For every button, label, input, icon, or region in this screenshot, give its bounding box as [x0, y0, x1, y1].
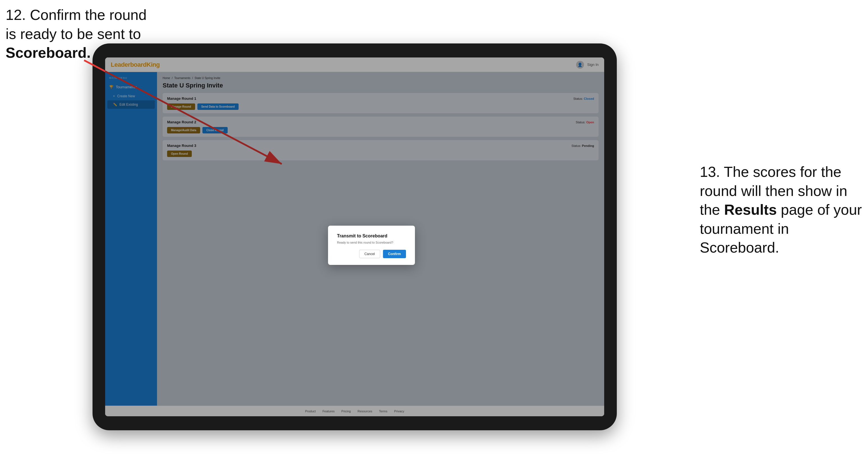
cancel-button[interactable]: Cancel: [359, 250, 380, 258]
annotation-top: 12. Confirm the round is ready to be sen…: [6, 6, 147, 63]
modal-dialog: Transmit to Scoreboard Ready to send thi…: [328, 226, 415, 265]
modal-overlay: Transmit to Scoreboard Ready to send thi…: [157, 72, 604, 406]
tablet-frame: LeaderboardKing 👤 Sign In MAIN MENU 🏆 To…: [93, 43, 617, 430]
modal-subtitle: Ready to send this round to Scoreboard?: [337, 241, 406, 244]
annotation-right: 13. The scores for the round will then s…: [700, 163, 862, 257]
content-area: MAIN MENU 🏆 Tournaments + Create New ✏️ …: [105, 72, 604, 406]
modal-title: Transmit to Scoreboard: [337, 234, 406, 239]
main-content: Home / Tournaments / State U Spring Invi…: [157, 72, 604, 406]
modal-actions: Cancel Confirm: [337, 250, 406, 258]
confirm-button[interactable]: Confirm: [383, 250, 406, 258]
tablet-screen: LeaderboardKing 👤 Sign In MAIN MENU 🏆 To…: [105, 58, 604, 416]
